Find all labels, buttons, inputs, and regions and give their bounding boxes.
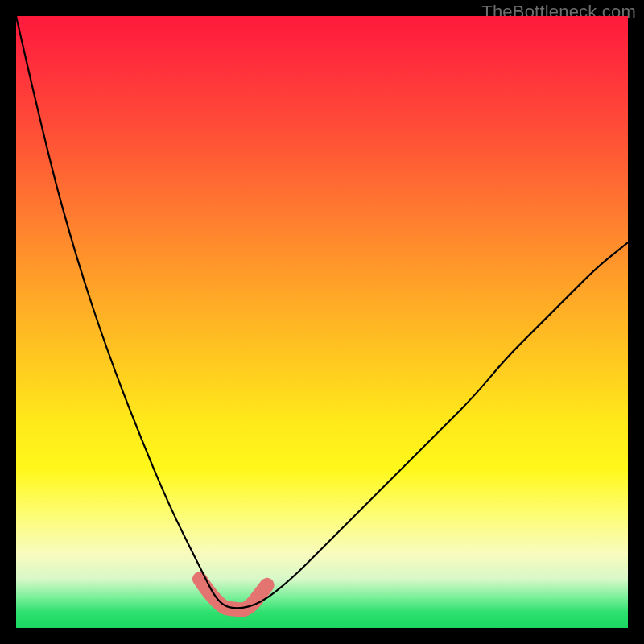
chart-stage: TheBottleneck.com	[0, 0, 644, 644]
curve-layer	[16, 16, 628, 628]
bottleneck-curve	[16, 16, 628, 608]
plot-area	[16, 16, 628, 628]
valley-highlight	[200, 579, 267, 609]
